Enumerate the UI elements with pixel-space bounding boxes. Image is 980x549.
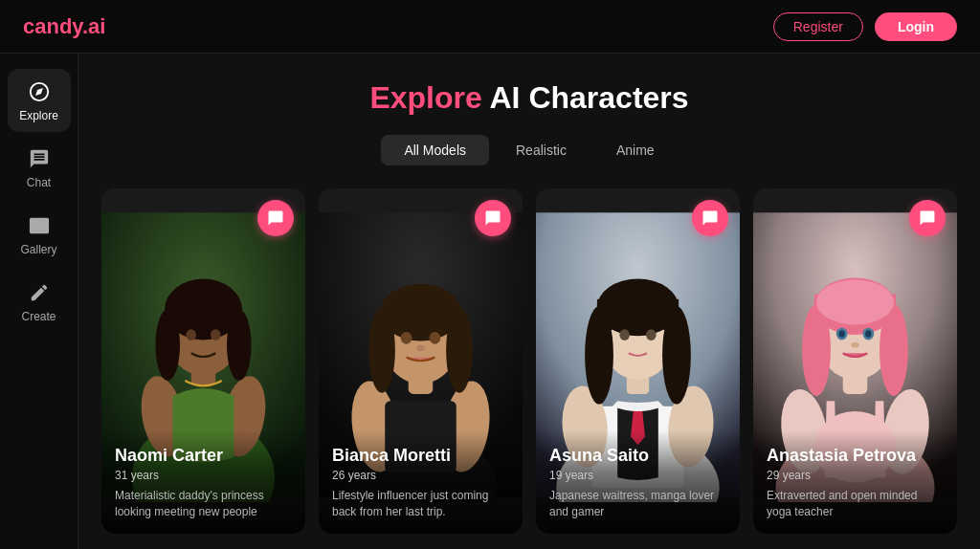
svg-marker-1	[35, 88, 43, 96]
svg-point-10	[227, 310, 252, 382]
svg-point-38	[646, 330, 657, 341]
character-card-2[interactable]: Bianca Moretti 26 years Lifestyle influe…	[319, 188, 523, 534]
sidebar-label-create: Create	[21, 310, 56, 323]
svg-point-12	[211, 330, 221, 341]
chat-button-4[interactable]	[909, 200, 946, 236]
sidebar: Explore Chat Gallery	[0, 54, 78, 549]
sidebar-item-gallery[interactable]: Gallery	[8, 203, 71, 266]
chat-button-3[interactable]	[692, 200, 728, 236]
svg-point-21	[368, 308, 395, 393]
register-button[interactable]: Register	[773, 12, 863, 41]
svg-point-22	[446, 308, 473, 393]
character-age-4: 29 years	[767, 469, 944, 482]
sidebar-item-create[interactable]: Create	[8, 270, 71, 333]
svg-point-25	[416, 345, 425, 351]
svg-point-11	[186, 330, 196, 341]
character-card-3[interactable]: Asuna Saito 19 years Japanese waitress, …	[536, 188, 740, 534]
character-age-1: 31 years	[115, 469, 292, 482]
chat-button-2[interactable]	[475, 200, 511, 236]
svg-point-50	[816, 280, 894, 325]
svg-point-24	[430, 332, 441, 344]
svg-point-37	[619, 330, 630, 341]
page-title-highlight: Explore	[369, 80, 481, 115]
character-desc-1: Materialistic daddy's princess looking m…	[115, 488, 292, 520]
svg-point-9	[155, 310, 180, 382]
sidebar-item-chat[interactable]: Chat	[8, 136, 71, 199]
svg-point-53	[838, 331, 844, 338]
filter-realistic[interactable]: Realistic	[493, 135, 590, 165]
character-name-2: Bianca Moretti	[332, 446, 509, 467]
characters-grid: Naomi Carter 31 years Materialistic dadd…	[101, 188, 957, 534]
card-overlay-3: Asuna Saito 19 years Japanese waitress, …	[536, 430, 740, 534]
sidebar-item-explore[interactable]: Explore	[8, 69, 71, 132]
character-desc-4: Extraverted and open minded yoga teacher	[767, 488, 944, 520]
character-name-3: Asuna Saito	[549, 446, 726, 467]
main-layout: Explore Chat Gallery	[0, 54, 980, 549]
header-buttons: Register Login	[773, 12, 957, 41]
card-overlay-1: Naomi Carter 31 years Materialistic dadd…	[101, 430, 305, 534]
header: candy.ai Register Login	[0, 0, 980, 54]
character-age-3: 19 years	[549, 469, 726, 482]
svg-point-55	[851, 342, 859, 347]
character-name-4: Anastasia Petrova	[767, 446, 944, 467]
page-title-rest: AI Characters	[482, 80, 689, 115]
sidebar-label-explore: Explore	[19, 109, 58, 122]
logo-prefix: candy	[23, 14, 82, 38]
filter-anime[interactable]: Anime	[593, 135, 678, 165]
svg-point-48	[802, 304, 831, 396]
svg-point-23	[401, 332, 412, 344]
character-card-4[interactable]: Anastasia Petrova 29 years Extraverted a…	[753, 188, 957, 534]
card-overlay-4: Anastasia Petrova 29 years Extraverted a…	[753, 430, 957, 534]
pencil-icon	[26, 279, 53, 306]
main-content: Explore AI Characters All Models Realist…	[78, 54, 980, 549]
chat-icon	[26, 145, 53, 172]
page-title: Explore AI Characters	[101, 80, 957, 116]
gallery-icon	[26, 212, 53, 239]
character-age-2: 26 years	[332, 469, 509, 482]
svg-point-49	[880, 304, 908, 396]
character-card-1[interactable]: Naomi Carter 31 years Materialistic dadd…	[101, 188, 305, 534]
filter-all-models[interactable]: All Models	[381, 135, 489, 165]
card-overlay-2: Bianca Moretti 26 years Lifestyle influe…	[319, 430, 523, 534]
character-desc-3: Japanese waitress, manga lover and gamer	[549, 488, 726, 520]
sidebar-label-gallery: Gallery	[20, 243, 56, 256]
chat-button-1[interactable]	[257, 200, 294, 236]
login-button[interactable]: Login	[875, 12, 957, 41]
character-name-1: Naomi Carter	[115, 446, 292, 467]
svg-point-36	[662, 307, 691, 405]
sidebar-label-chat: Chat	[27, 176, 51, 189]
svg-point-35	[585, 307, 613, 405]
character-desc-2: Lifestyle influencer just coming back fr…	[332, 488, 509, 520]
logo-suffix: .ai	[82, 14, 105, 38]
svg-point-54	[865, 331, 871, 338]
compass-icon	[26, 78, 53, 105]
filter-tabs: All Models Realistic Anime	[101, 135, 957, 165]
logo: candy.ai	[23, 14, 105, 39]
